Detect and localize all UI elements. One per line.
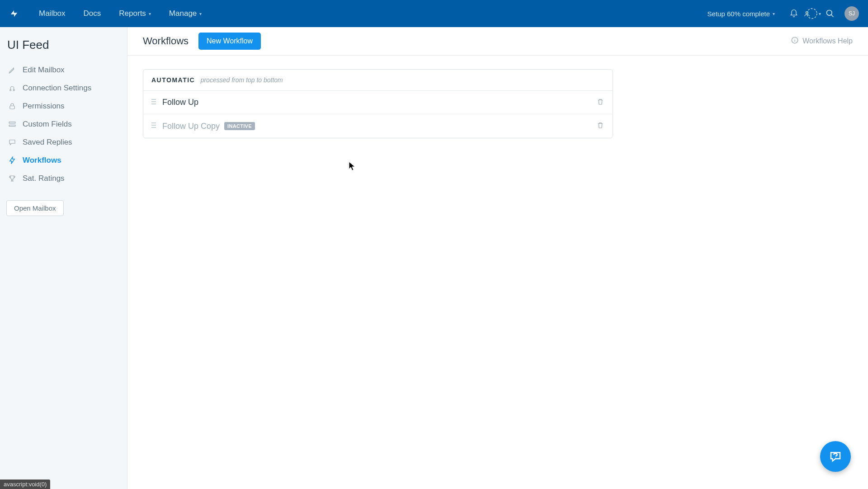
chevron-down-icon: ▾ — [773, 11, 775, 16]
avatar-initials: SJ — [849, 10, 855, 17]
sidebar-title: UI Feed — [6, 38, 121, 52]
connection-icon — [8, 84, 16, 92]
helpscout-logo-icon[interactable] — [9, 9, 19, 19]
bolt-icon — [8, 156, 16, 165]
browser-status-bar: avascript:void(0) — [0, 480, 50, 489]
pencil-icon — [8, 66, 16, 74]
svg-rect-13 — [151, 125, 156, 126]
main-panel: Workflows New Workflow Workflows Help AU… — [127, 27, 868, 489]
sidebar-item-edit-mailbox[interactable]: Edit Mailbox — [6, 61, 121, 79]
cursor-icon — [349, 161, 357, 171]
svg-rect-10 — [151, 101, 156, 102]
beacon-help-button[interactable] — [820, 441, 851, 472]
sidebar-item-label: Saved Replies — [23, 138, 72, 147]
workflow-name[interactable]: Follow Up — [162, 98, 198, 107]
svg-rect-5 — [10, 106, 15, 109]
delete-icon[interactable] — [596, 98, 604, 108]
automatic-hint: processed from top to bottom — [201, 76, 283, 84]
svg-point-3 — [10, 89, 11, 91]
sidebar-item-permissions[interactable]: Permissions — [6, 97, 121, 115]
search-icon[interactable] — [821, 0, 839, 27]
sidebar-item-label: Permissions — [23, 102, 65, 111]
setup-progress[interactable]: Setup 60% complete▾ — [708, 10, 775, 18]
list-icon — [8, 120, 16, 128]
sidebar-item-saved-replies[interactable]: Saved Replies — [6, 133, 121, 151]
card-header: AUTOMATIC processed from top to bottom — [143, 70, 613, 91]
lock-icon — [8, 102, 16, 110]
sidebar-item-workflows[interactable]: Workflows — [6, 151, 121, 169]
svg-rect-14 — [151, 127, 156, 128]
top-nav: Mailbox Docs Reports▾ Manage▾ Setup 60% … — [0, 0, 868, 27]
svg-rect-7 — [9, 125, 15, 127]
chevron-down-icon: ▾ — [199, 11, 202, 16]
drag-handle-icon[interactable] — [151, 99, 156, 107]
sidebar-item-sat-ratings[interactable]: Sat. Ratings — [6, 169, 121, 188]
inactive-badge: INACTIVE — [224, 122, 255, 130]
workflows-card: AUTOMATIC processed from top to bottom F… — [143, 69, 613, 138]
open-mailbox-button[interactable]: Open Mailbox — [6, 200, 64, 216]
nav-mailbox[interactable]: Mailbox — [30, 0, 75, 27]
nav-label: Manage — [169, 9, 197, 18]
svg-rect-6 — [9, 122, 15, 123]
info-icon — [791, 36, 799, 46]
svg-rect-11 — [151, 103, 156, 104]
svg-point-0 — [807, 9, 817, 19]
page-title: Workflows — [143, 35, 189, 47]
sidebar-item-label: Edit Mailbox — [23, 66, 65, 75]
chevron-down-icon: ▾ — [149, 11, 151, 16]
sidebar-item-label: Custom Fields — [23, 120, 72, 129]
button-label: Open Mailbox — [14, 204, 56, 212]
new-workflow-button[interactable]: New Workflow — [198, 33, 261, 50]
svg-rect-12 — [151, 122, 156, 123]
sidebar-item-custom-fields[interactable]: Custom Fields — [6, 115, 121, 133]
button-label: New Workflow — [207, 37, 253, 45]
workflow-row[interactable]: Follow Up Copy INACTIVE — [143, 114, 613, 138]
help-label: Workflows Help — [802, 37, 853, 45]
nav-links: Mailbox Docs Reports▾ Manage▾ — [30, 0, 211, 27]
workflow-name[interactable]: Follow Up Copy — [162, 122, 220, 131]
svg-point-4 — [13, 89, 14, 91]
trophy-icon — [8, 174, 16, 183]
delete-icon[interactable] — [596, 121, 604, 131]
sidebar: UI Feed Edit Mailbox Connection Settings… — [0, 27, 127, 489]
setup-label: Setup 60% complete — [708, 10, 770, 18]
user-avatar[interactable]: SJ — [844, 6, 859, 21]
chat-icon — [8, 138, 16, 146]
svg-point-2 — [827, 10, 832, 16]
automatic-label: AUTOMATIC — [151, 76, 195, 84]
sidebar-item-label: Connection Settings — [23, 84, 91, 93]
nav-label: Reports — [119, 9, 146, 18]
notifications-icon[interactable] — [785, 0, 803, 27]
account-menu-icon[interactable]: ▾ — [803, 0, 821, 27]
svg-rect-9 — [151, 99, 156, 100]
nav-manage[interactable]: Manage▾ — [160, 0, 211, 27]
drag-handle-icon[interactable] — [151, 122, 156, 130]
sidebar-item-connection[interactable]: Connection Settings — [6, 79, 121, 97]
nav-reports[interactable]: Reports▾ — [110, 0, 160, 27]
workflows-help-link[interactable]: Workflows Help — [791, 36, 853, 46]
nav-label: Mailbox — [39, 9, 66, 18]
sidebar-item-label: Workflows — [23, 156, 61, 165]
sidebar-item-label: Sat. Ratings — [23, 174, 65, 183]
workflow-row[interactable]: Follow Up — [143, 91, 613, 114]
page-header: Workflows New Workflow Workflows Help — [127, 27, 868, 56]
chevron-down-icon: ▾ — [819, 11, 821, 16]
nav-label: Docs — [84, 9, 101, 18]
nav-docs[interactable]: Docs — [75, 0, 110, 27]
